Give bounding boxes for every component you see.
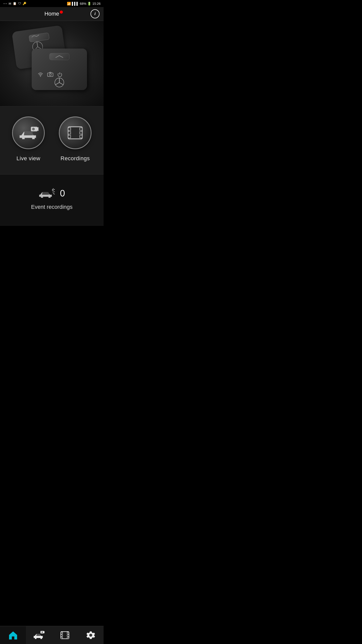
svg-line-4	[37, 42, 38, 47]
svg-line-12	[59, 83, 63, 85]
device-image-section	[0, 21, 104, 106]
svg-line-13	[55, 83, 59, 85]
power-button-icon	[57, 72, 62, 77]
svg-rect-38	[67, 637, 69, 639]
mail-icon: ✉	[9, 2, 11, 6]
nav-recordings[interactable]	[52, 626, 78, 644]
nav-home[interactable]	[0, 626, 26, 644]
svg-point-7	[40, 76, 41, 77]
live-view-button[interactable]: Live view	[5, 116, 52, 162]
svg-rect-34	[61, 635, 63, 636]
battery-percent: 68%	[80, 2, 86, 6]
svg-rect-24	[71, 127, 79, 138]
live-view-circle	[12, 116, 45, 149]
svg-rect-23	[80, 135, 82, 138]
svg-rect-33	[61, 632, 63, 634]
main-buttons-section: Live view Recordings	[0, 106, 104, 175]
svg-line-26	[53, 192, 55, 192]
info-button[interactable]: i	[90, 9, 100, 18]
bottom-navigation	[0, 626, 104, 644]
wifi-button-icon	[38, 72, 43, 77]
event-count-row: 0	[38, 187, 65, 200]
key-icon: 🔑	[23, 2, 26, 5]
recordings-button[interactable]: Recordings	[52, 116, 99, 162]
shield-icon: 🛡	[18, 2, 21, 5]
camera-button-icon	[47, 72, 53, 77]
home-icon	[9, 631, 18, 639]
wifi-icon: 📶	[67, 2, 71, 6]
event-recordings-label: Event recordings	[31, 204, 72, 210]
header: Home i	[0, 7, 104, 21]
svg-point-40	[89, 634, 92, 637]
recordings-label: Recordings	[61, 155, 90, 162]
page-title: Home	[44, 11, 59, 17]
svg-rect-37	[67, 635, 69, 636]
svg-rect-19	[68, 132, 71, 134]
device-image	[12, 28, 92, 99]
dot-icon1: ⚬⚬	[3, 2, 7, 5]
mercedes-star-front	[54, 77, 64, 88]
svg-rect-18	[68, 128, 71, 130]
live-view-icon	[18, 125, 38, 141]
svg-line-27	[53, 193, 55, 194]
battery-icon: 🔋	[87, 2, 91, 6]
svg-point-16	[33, 128, 34, 130]
nav-settings[interactable]	[78, 626, 104, 644]
event-car-icon	[38, 187, 55, 200]
clock: 15:26	[92, 2, 101, 6]
svg-point-31	[41, 631, 43, 633]
svg-line-2	[36, 35, 39, 36]
svg-line-0	[31, 35, 34, 37]
film-reel-icon	[66, 124, 84, 142]
live-view-nav-icon	[33, 630, 44, 640]
nav-live-view[interactable]	[26, 626, 52, 644]
event-recordings-section: 0 Event recordings	[0, 175, 104, 226]
svg-rect-21	[80, 128, 82, 130]
device-top-button	[49, 53, 69, 60]
svg-line-1	[34, 35, 37, 37]
clipboard-icon: 📋	[13, 2, 17, 5]
live-view-label: Live view	[17, 155, 40, 162]
signal-icon: ▌▌▌	[72, 2, 79, 6]
svg-point-9	[49, 74, 51, 76]
device-buttons-row	[38, 72, 62, 77]
status-bar: ⚬⚬ ✉ 📋 🛡 🔑 📶 ▌▌▌ 68% 🔋 15:26	[0, 0, 104, 7]
recordings-nav-icon	[60, 631, 69, 640]
status-right-icons: 📶 ▌▌▌ 68% 🔋 15:26	[67, 2, 101, 6]
svg-rect-39	[63, 632, 67, 638]
recordings-circle	[59, 116, 92, 149]
svg-rect-8	[48, 73, 53, 76]
recording-indicator	[60, 11, 63, 14]
settings-icon	[86, 631, 95, 640]
svg-marker-30	[44, 631, 44, 633]
dashcam-front-unit	[32, 49, 87, 90]
svg-rect-36	[67, 632, 69, 634]
event-count: 0	[60, 188, 65, 199]
svg-rect-35	[61, 637, 63, 639]
status-left-icons: ⚬⚬ ✉ 📋 🛡 🔑	[3, 2, 26, 6]
svg-rect-22	[80, 132, 82, 134]
svg-rect-20	[68, 135, 71, 138]
